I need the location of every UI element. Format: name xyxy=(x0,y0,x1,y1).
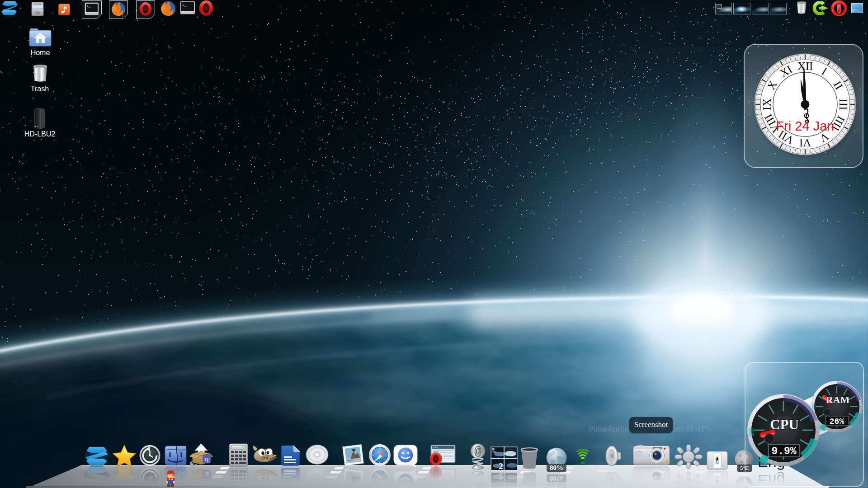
svg-text:VI: VI xyxy=(799,136,811,149)
svg-text:@: @ xyxy=(474,445,481,459)
svg-text:III: III xyxy=(837,99,849,110)
svg-text:2: 2 xyxy=(499,461,503,471)
svg-text:XII: XII xyxy=(797,60,813,72)
svg-text:9.9%: 9.9% xyxy=(771,446,796,457)
svg-text:IX: IX xyxy=(761,99,773,110)
svg-text:26%: 26% xyxy=(830,417,844,426)
svg-text:q: q xyxy=(205,455,209,463)
svg-text:>_: >_ xyxy=(182,3,187,7)
svg-text:Fri 24 Jan: Fri 24 Jan xyxy=(776,119,835,133)
svg-text:>_: >_ xyxy=(87,5,91,8)
svg-text:80%: 80% xyxy=(550,464,563,471)
svg-text:CPU: CPU xyxy=(770,417,799,432)
svg-text:RAM: RAM xyxy=(826,394,850,405)
